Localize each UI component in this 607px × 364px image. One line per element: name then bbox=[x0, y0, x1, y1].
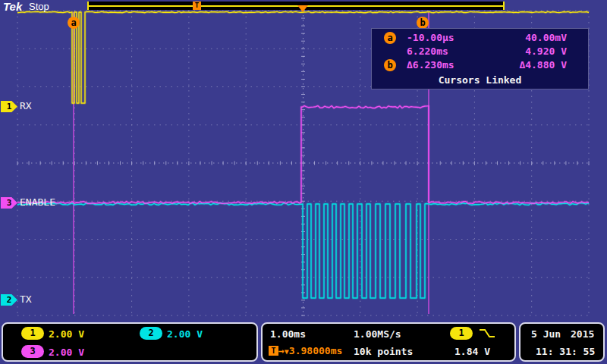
channel-1-pill: 1 bbox=[21, 327, 44, 340]
trigger-position-flag: T bbox=[193, 2, 201, 10]
acquisition-bar: T bbox=[87, 2, 505, 10]
channel-2-label: TX bbox=[20, 293, 32, 305]
cursor-readout-panel: a -10.00µs 40.00mV 6.220ms 4.920 V b Δ6.… bbox=[371, 28, 589, 89]
trigger-slope-icon bbox=[479, 328, 495, 340]
cursor-b-abs-row: 6.220ms 4.920 V bbox=[372, 46, 588, 59]
channel-1-label: RX bbox=[20, 100, 32, 111]
channel-3-label: ENABLE bbox=[20, 196, 55, 208]
cursors-linked-label: Cursors Linked bbox=[372, 74, 588, 86]
cursor-delta-time: Δ6.230ms bbox=[407, 59, 454, 71]
channel-3-pill: 3 bbox=[21, 345, 44, 358]
horizontal-scale: 1.00ms bbox=[270, 328, 306, 340]
channel-3-scale: 2.00 V bbox=[49, 347, 84, 358]
cursor-b-time: 6.220ms bbox=[407, 46, 448, 57]
vertical-scale-panel: 1 2.00 V 2 2.00 V 3 2.00 V bbox=[2, 322, 258, 362]
cursor-delta-value: Δ4.880 V bbox=[519, 59, 567, 71]
acquisition-record-line bbox=[89, 5, 503, 7]
sample-rate: 1.00MS/s bbox=[354, 328, 401, 340]
year-label: 2015 bbox=[571, 328, 594, 340]
time-label: 11: 31: 55 bbox=[536, 346, 595, 357]
cursor-b-marker: b bbox=[417, 17, 429, 29]
delay-readout: T→▼3.98000ms bbox=[269, 345, 342, 356]
channel-1-scale: 2.00 V bbox=[49, 328, 84, 340]
trigger-level: 1.84 V bbox=[454, 346, 490, 357]
delay-trigger-flag-icon: T bbox=[269, 346, 278, 356]
cursor-a-value: 40.00mV bbox=[525, 32, 567, 43]
delay-time: 3.98000ms bbox=[289, 345, 342, 356]
record-start-bracket bbox=[87, 2, 89, 10]
expansion-point-icon bbox=[297, 5, 308, 12]
cursor-a-time: -10.00µs bbox=[407, 32, 454, 43]
cursor-delta-row: b Δ6.230ms Δ4.880 V bbox=[372, 59, 588, 73]
datetime-panel: 5 Jun 2015 11: 31: 55 bbox=[519, 322, 605, 362]
date-label: 5 Jun bbox=[531, 328, 561, 340]
acquisition-status: Stop bbox=[29, 1, 49, 12]
channel-2-pill: 2 bbox=[140, 327, 162, 340]
trigger-source-pill: 1 bbox=[450, 327, 473, 340]
cursor-a-badge: a bbox=[384, 32, 396, 44]
channel-2-scale: 2.00 V bbox=[167, 328, 203, 340]
arrow-right-icon: → bbox=[278, 345, 285, 356]
cursor-b-value: 4.920 V bbox=[525, 46, 567, 57]
cursor-b-badge: b bbox=[384, 59, 396, 71]
tek-logo: Tek bbox=[3, 0, 22, 13]
record-end-bracket bbox=[503, 2, 505, 10]
cursor-a-marker: a bbox=[68, 17, 80, 29]
record-length: 10k points bbox=[354, 346, 413, 357]
oscilloscope-screen: Tek Stop T a b 1 RX 3 ENABLE 2 TX a -10.… bbox=[0, 0, 607, 364]
cursor-a-row: a -10.00µs 40.00mV bbox=[372, 32, 588, 46]
horizontal-trigger-panel: 1.00ms 1.00MS/s 1 T→▼3.98000ms 10k point… bbox=[261, 322, 516, 362]
